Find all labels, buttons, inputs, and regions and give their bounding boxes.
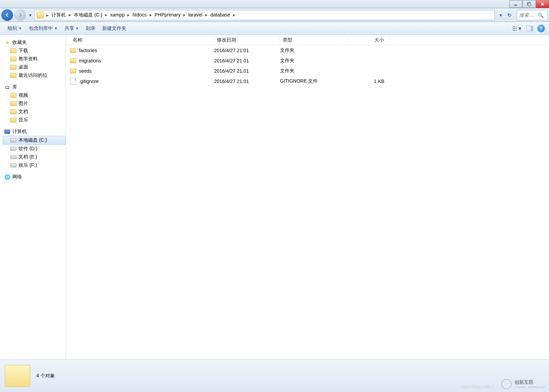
breadcrumb-segment[interactable]: PHPprimary: [153, 11, 183, 18]
chevron-right-icon[interactable]: ▸: [68, 12, 72, 17]
breadcrumb-segment[interactable]: laravel: [186, 11, 205, 18]
tree-item[interactable]: 文档: [3, 108, 66, 116]
favorites-group[interactable]: ★收藏夹: [3, 38, 66, 47]
libraries-icon: 🗂: [4, 84, 10, 90]
preview-pane-button[interactable]: [525, 24, 535, 33]
file-icon: [70, 78, 76, 85]
burn-button[interactable]: 刻录: [82, 24, 99, 33]
tree-item-label: 桌面: [19, 64, 28, 70]
folder-preview-icon: [5, 365, 30, 387]
file-size: 1 KB: [349, 79, 390, 84]
folder-icon: [10, 64, 16, 70]
main-area: ★收藏夹 下载教学资料桌面最近访问的位 🗂库 视频图片文档音乐 计算机 本地磁盘…: [0, 35, 549, 359]
help-button[interactable]: ?: [537, 25, 545, 32]
chevron-right-icon[interactable]: ▸: [232, 12, 236, 17]
tree-item[interactable]: 图片: [3, 99, 66, 108]
faint-watermark: https://blog.csdn.n: [461, 384, 494, 389]
disk-icon: [10, 137, 16, 143]
column-name[interactable]: 名称: [70, 36, 214, 45]
chevron-right-icon[interactable]: ▸: [149, 12, 153, 17]
folder-icon: [10, 117, 16, 123]
folder-icon: [70, 69, 76, 73]
breadcrumb-segment[interactable]: htdocs: [130, 11, 149, 18]
tree-item[interactable]: 软件 (D:): [3, 145, 66, 153]
tree-item[interactable]: 音乐: [3, 116, 66, 124]
search-icon[interactable]: 🔍: [538, 12, 544, 18]
file-list-pane[interactable]: 名称 修改日期 类型 大小 factories2016/4/27 21:01文件…: [66, 35, 549, 359]
breadcrumb-segment[interactable]: 本地磁盘 (C:): [72, 11, 104, 18]
folder-icon: [10, 100, 16, 107]
share-menu[interactable]: 共享▼: [61, 24, 82, 33]
maximize-button[interactable]: [523, 0, 536, 8]
title-bar: [0, 0, 549, 8]
chevron-right-icon[interactable]: ▸: [205, 12, 208, 17]
tree-item[interactable]: 文档 (E:): [3, 153, 66, 161]
column-size[interactable]: 大小: [349, 36, 390, 45]
tree-item[interactable]: 本地磁盘 (C:): [3, 136, 66, 145]
computer-group[interactable]: 计算机: [3, 128, 66, 136]
file-row[interactable]: migrations2016/4/27 21:01文件夹: [66, 56, 549, 66]
tree-item-label: 图片: [19, 100, 28, 107]
file-type: 文件夹: [280, 58, 349, 64]
tree-item[interactable]: 娱乐 (F:): [3, 161, 66, 169]
include-library-menu[interactable]: 包含到库中▼: [25, 24, 61, 33]
tree-item[interactable]: 桌面: [3, 63, 66, 71]
search-input[interactable]: [519, 12, 538, 18]
breadcrumb-segment[interactable]: database: [208, 11, 232, 18]
view-options-button[interactable]: ▼: [513, 24, 522, 33]
minimize-button[interactable]: [509, 0, 522, 8]
libraries-group[interactable]: 🗂库: [3, 83, 66, 91]
tree-item-label: 音乐: [19, 117, 28, 123]
tree-item-label: 本地磁盘 (C:): [19, 137, 47, 143]
column-headers[interactable]: 名称 修改日期 类型 大小: [66, 35, 549, 45]
star-icon: ★: [4, 39, 10, 46]
chevron-right-icon[interactable]: ▸: [46, 12, 49, 18]
svg-rect-7: [513, 30, 515, 31]
column-date[interactable]: 修改日期: [214, 36, 280, 45]
tree-item[interactable]: 最近访问的位: [3, 71, 66, 80]
tree-item[interactable]: 教学资料: [3, 55, 66, 63]
history-dropdown[interactable]: ▾: [27, 12, 33, 18]
network-group[interactable]: 🌐网络: [3, 173, 66, 181]
file-row[interactable]: factories2016/4/27 21:01文件夹: [66, 45, 549, 56]
search-box[interactable]: 🔍: [517, 10, 548, 20]
address-bar[interactable]: ▸ 计算机▸本地磁盘 (C:)▸xampp▸htdocs▸PHPprimary▸…: [34, 10, 495, 20]
computer-icon: [4, 129, 10, 135]
disk-icon: [10, 162, 16, 168]
chevron-right-icon[interactable]: ▸: [127, 12, 130, 17]
tree-item[interactable]: 视频: [3, 91, 66, 99]
breadcrumb-segment[interactable]: xampp: [108, 11, 127, 18]
tree-item[interactable]: 下载: [3, 47, 66, 55]
folder-icon: [37, 12, 44, 19]
back-button[interactable]: [1, 9, 13, 21]
folder-icon: [10, 72, 16, 79]
toolbar: 组织▼ 包含到库中▼ 共享▼ 刻录 新建文件夹 ▼ ?: [0, 22, 549, 35]
file-name: seeds: [79, 68, 92, 74]
file-row[interactable]: seeds2016/4/27 21:01文件夹: [66, 66, 549, 76]
svg-rect-9: [516, 28, 517, 29]
tree-item-label: 下载: [19, 48, 28, 54]
chevron-right-icon[interactable]: ▸: [183, 12, 186, 17]
file-date: 2016/4/27 21:01: [214, 48, 280, 53]
svg-rect-6: [513, 28, 515, 29]
tree-item-label: 文档: [19, 109, 28, 115]
folder-icon: [10, 92, 16, 98]
refresh-button[interactable]: ↻: [505, 11, 514, 20]
file-type: 文件夹: [280, 68, 349, 74]
new-folder-button[interactable]: 新建文件夹: [99, 24, 130, 33]
navigation-pane[interactable]: ★收藏夹 下载教学资料桌面最近访问的位 🗂库 视频图片文档音乐 计算机 本地磁盘…: [0, 35, 66, 359]
column-type[interactable]: 类型: [280, 36, 349, 45]
chevron-right-icon[interactable]: ▸: [104, 12, 108, 17]
forward-button[interactable]: [14, 9, 26, 21]
tree-item-label: 教学资料: [19, 56, 38, 62]
organize-menu[interactable]: 组织▼: [4, 24, 25, 33]
file-row[interactable]: .gitignore2016/4/27 21:01GITIGNORE 文件1 K…: [66, 76, 549, 86]
disk-icon: [10, 146, 16, 152]
file-type: 文件夹: [280, 47, 349, 54]
address-dropdown[interactable]: ▾: [496, 11, 505, 20]
svg-rect-2: [528, 3, 531, 6]
svg-rect-10: [516, 30, 517, 31]
close-button[interactable]: [536, 0, 549, 8]
breadcrumb-segment[interactable]: 计算机: [49, 11, 68, 18]
tree-item-label: 最近访问的位: [19, 72, 47, 79]
